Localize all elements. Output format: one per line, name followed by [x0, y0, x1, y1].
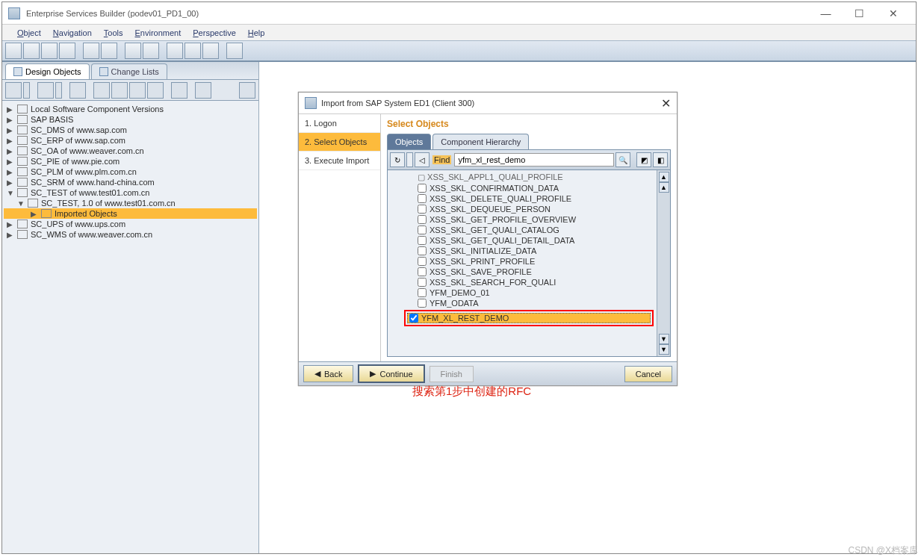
expand-icon[interactable]: ▼ — [17, 199, 25, 208]
tree-item[interactable]: ▶SC_PLM of www.plm.com.cn — [4, 167, 257, 177]
toolbar-btn-10[interactable] — [185, 43, 201, 59]
menu-help[interactable]: Help — [244, 27, 270, 39]
minimize-button[interactable]: — — [809, 2, 843, 25]
scroll-up2-icon[interactable]: ▲ — [659, 182, 669, 193]
expand-icon[interactable]: ▶ — [7, 105, 14, 113]
toolbar-btn-9[interactable] — [167, 43, 183, 59]
expand-icon[interactable]: ▶ — [7, 220, 14, 228]
dialog-close-icon[interactable]: ✕ — [661, 96, 671, 111]
sub-btn-right[interactable] — [239, 82, 255, 99]
tree-item[interactable]: ▶SAP BASIS — [4, 114, 257, 125]
expand-icon[interactable]: ▶ — [7, 137, 14, 145]
toolbar-btn-2[interactable] — [23, 43, 40, 59]
list-checkbox[interactable] — [418, 205, 427, 214]
close-button[interactable]: ✕ — [876, 2, 910, 25]
list-scrollbar[interactable]: ▲ ▲ ▼ ▼ — [657, 170, 670, 356]
tree-item[interactable]: ▼SC_TEST, 1.0 of www.test01.com.cn — [4, 198, 257, 208]
list-checkbox[interactable] — [418, 246, 427, 255]
sub-btn-2[interactable] — [37, 82, 54, 99]
list-item[interactable]: YFM_DEMO_01 — [418, 287, 654, 298]
toolbar-btn-5[interactable] — [83, 43, 99, 59]
sub-dd-1[interactable] — [23, 82, 30, 99]
toolbar-btn-8[interactable] — [143, 43, 159, 59]
expand-icon[interactable]: ▶ — [31, 210, 38, 218]
refresh-icon[interactable]: ↻ — [390, 152, 405, 167]
toggle1-icon[interactable]: ◩ — [636, 152, 651, 167]
sub-btn-5[interactable] — [111, 82, 128, 99]
list-item[interactable]: XSS_SKL_GET_QUALI_DETAIL_DATA — [418, 235, 654, 246]
object-list[interactable]: ▢ XSS_SKL_APPL1_QUALI_PROFILE XSS_SKL_CO… — [388, 170, 657, 356]
tree-item[interactable]: ▶SC_WMS of www.weaver.com.cn — [4, 229, 257, 240]
list-checkbox[interactable] — [418, 299, 427, 308]
toggle2-icon[interactable]: ◧ — [653, 152, 668, 167]
list-checkbox[interactable] — [418, 236, 427, 245]
step-execute-import[interactable]: 3. Execute Import — [299, 152, 380, 170]
list-item[interactable]: XSS_SKL_PRINT_PROFILE — [418, 256, 654, 267]
tab-objects[interactable]: Objects — [387, 134, 431, 149]
expand-icon[interactable]: ▼ — [7, 189, 14, 197]
expand-icon[interactable]: ▶ — [7, 231, 14, 239]
find-input[interactable] — [454, 153, 614, 167]
expand-icon[interactable]: ▶ — [7, 116, 14, 124]
step-logon[interactable]: 1. Logon — [299, 114, 380, 133]
list-checkbox[interactable] — [418, 267, 427, 276]
list-item[interactable]: XSS_SKL_SAVE_PROFILE — [418, 267, 654, 277]
toolbar-btn-12[interactable] — [226, 43, 243, 59]
maximize-button[interactable]: ☐ — [843, 2, 876, 25]
tree-item[interactable]: ▶Local Software Component Versions — [4, 104, 257, 114]
menu-environment[interactable]: Environment — [131, 27, 186, 39]
list-item[interactable]: XSS_SKL_DELETE_QUALI_PROFILE — [418, 193, 654, 204]
menu-navigation[interactable]: Navigation — [49, 27, 96, 39]
tree-item[interactable]: ▶SC_OA of www.weaver.com.cn — [4, 146, 257, 156]
list-item-selected[interactable]: YFM_XL_REST_DEMO — [407, 313, 651, 323]
tree-item[interactable]: ▶SC_UPS of www.ups.com — [4, 219, 257, 229]
menu-object[interactable]: Object — [13, 27, 46, 39]
toolbar-btn-4[interactable] — [59, 43, 75, 59]
toolbar-btn-7[interactable] — [125, 43, 141, 59]
list-checkbox[interactable] — [418, 194, 427, 203]
sub-btn-7[interactable] — [147, 82, 164, 99]
menu-perspective[interactable]: Perspective — [188, 27, 240, 39]
tree-item[interactable]: ▶SC_DMS of www.sap.com — [4, 125, 257, 135]
toolbar-btn-11[interactable] — [202, 43, 219, 59]
expand-icon[interactable]: ▶ — [7, 168, 14, 176]
sub-btn-8[interactable] — [171, 82, 187, 99]
continue-button[interactable]: ▶Continue — [358, 364, 424, 383]
expand-icon[interactable]: ▶ — [7, 147, 14, 155]
expand-icon[interactable]: ▶ — [7, 178, 14, 187]
list-checkbox[interactable] — [418, 257, 427, 266]
binoculars-icon[interactable]: 🔍 — [616, 152, 630, 167]
toolbar-btn-3[interactable] — [41, 43, 58, 59]
refresh-dd[interactable] — [406, 152, 413, 167]
prev-find-icon[interactable]: ◁ — [415, 152, 430, 167]
list-item[interactable]: YFM_ODATA — [418, 298, 654, 308]
tree-item[interactable]: ▶SC_ERP of www.sap.com — [4, 135, 257, 146]
expand-icon[interactable]: ▶ — [7, 158, 14, 166]
list-checkbox[interactable] — [409, 314, 418, 323]
list-checkbox[interactable] — [418, 288, 427, 297]
scroll-down-icon[interactable]: ▼ — [659, 344, 669, 355]
list-checkbox[interactable] — [418, 225, 427, 234]
step-select-objects[interactable]: 2. Select Objects — [299, 133, 380, 152]
toolbar-btn-6[interactable] — [101, 43, 117, 59]
list-item[interactable]: XSS_SKL_SEARCH_FOR_QUALI — [418, 277, 654, 287]
tab-design-objects[interactable]: Design Objects — [5, 63, 90, 79]
sub-dd-2[interactable] — [55, 82, 62, 99]
list-item[interactable]: XSS_SKL_GET_QUALI_CATALOG — [418, 225, 654, 235]
list-checkbox[interactable] — [418, 215, 427, 224]
expand-icon[interactable]: ▶ — [7, 126, 14, 134]
sub-btn-6[interactable] — [129, 82, 146, 99]
tree-item[interactable]: ▶Imported Objects — [4, 208, 257, 219]
list-item[interactable]: XSS_SKL_INITIALIZE_DATA — [418, 246, 654, 256]
back-button[interactable]: ◀Back — [303, 365, 353, 382]
list-item[interactable]: XSS_SKL_DEQUEUE_PERSON — [418, 204, 654, 214]
tree-item[interactable]: ▶SC_PIE of www.pie.com — [4, 156, 257, 167]
menu-tools[interactable]: Tools — [99, 27, 128, 39]
cancel-button[interactable]: Cancel — [624, 366, 672, 382]
sub-btn-1[interactable] — [5, 82, 22, 99]
navigation-tree[interactable]: ▶Local Software Component Versions▶SAP B… — [2, 101, 258, 553]
tab-component-hierarchy[interactable]: Component Hierarchy — [432, 134, 529, 149]
scroll-down2-icon[interactable]: ▼ — [659, 334, 669, 344]
tree-item[interactable]: ▼SC_TEST of www.test01.com.cn — [4, 187, 257, 198]
list-checkbox[interactable] — [418, 278, 427, 287]
